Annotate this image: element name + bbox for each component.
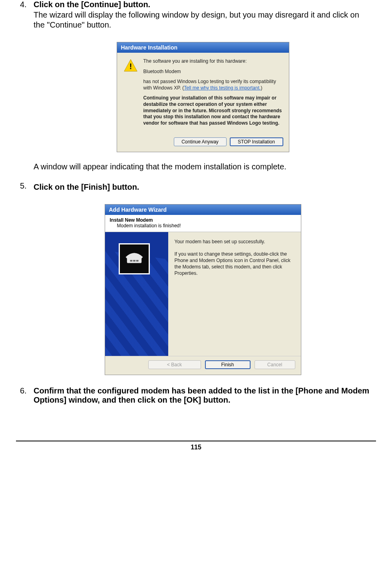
back-button: < Back [148,360,201,369]
continue-anyway-button[interactable]: Continue Anyway [174,137,227,146]
page-number: 115 [0,441,392,459]
dialog-text: has not passed Windows Logo testing to v… [143,79,283,91]
dialog-text: The software you are installing for this… [143,58,283,65]
wizard-sidebar-graphic [105,232,168,356]
dialog-title: Hardware Installation [117,42,289,53]
cancel-button: Cancel [255,360,295,369]
svg-rect-3 [130,260,132,262]
add-hardware-wizard-dialog: Add Hardware Wizard Install New Modem Mo… [105,204,301,375]
step-title: Confirm that the configured modem has be… [34,386,372,405]
svg-rect-5 [136,260,138,262]
phone-icon [119,243,150,274]
warning-text: Continuing your installation of this sof… [143,95,283,126]
warning-icon: ! [123,58,138,73]
wizard-subtitle: Install New Modem [110,217,296,223]
wizard-text: If you want to change these settings, do… [175,251,294,277]
step-number: 6. [20,386,34,405]
stop-installation-button[interactable]: STOP Installation [230,137,283,146]
step-number: 4. [20,0,34,180]
hardware-installation-dialog: Hardware Installation ! The software you… [117,42,289,152]
svg-rect-4 [133,260,135,262]
wizard-status: Modem installation is finished! [110,223,296,228]
step-number: 5. [20,181,34,384]
dialog-title: Add Hardware Wizard [105,205,301,215]
step-title: Click on the [Continue] button. [34,0,372,9]
step-title: Click on the [Finish] button. [34,182,372,192]
testing-info-link[interactable]: Tell me why this testing is important. [184,85,261,91]
wizard-text: Your modem has been set up successfully. [175,238,294,245]
step-after-text: A window will appear indicating that the… [34,162,372,172]
finish-button[interactable]: Finish [205,360,251,369]
device-name: Bluetooth Modem [143,69,283,75]
step-description: The wizard will display the following wi… [34,10,372,30]
svg-text:!: ! [129,62,132,71]
